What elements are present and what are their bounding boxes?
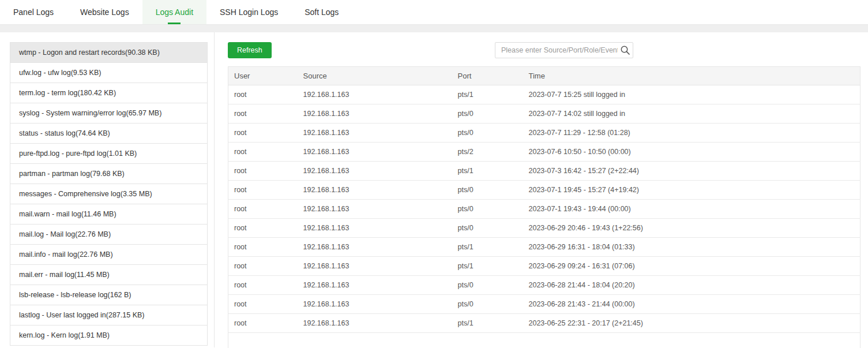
table-row: root192.168.1.163pts/02023-06-29 20:46 -…	[228, 219, 861, 238]
cell-empty	[298, 333, 452, 348]
table-row: root192.168.1.163pts/12023-06-25 22:31 -…	[228, 314, 861, 333]
column-header-time: Time	[523, 67, 861, 85]
cell-port: pts/1	[452, 162, 523, 181]
cell-user: root	[228, 276, 298, 295]
refresh-button[interactable]: Refresh	[228, 42, 272, 58]
cell-port: pts/0	[452, 124, 523, 143]
table-body: root192.168.1.163pts/12023-07-7 15:25 st…	[228, 85, 861, 348]
log-file-item-lastlog[interactable]: lastlog - User last logged in(287.15 KB)	[10, 305, 207, 325]
tab-panel-logs[interactable]: Panel Logs	[0, 0, 67, 24]
cell-user: root	[228, 124, 298, 143]
table-row: root192.168.1.163pts/02023-07-1 19:45 - …	[228, 181, 861, 200]
cell-time: 2023-07-7 14:02 still logged in	[523, 104, 861, 124]
log-file-item-status[interactable]: status - status log(74.64 KB)	[10, 124, 207, 144]
cell-time: 2023-06-29 20:46 - 19:43 (1+22:56)	[523, 219, 861, 238]
cell-empty	[523, 333, 861, 348]
cell-user: root	[228, 257, 298, 276]
cell-source: 192.168.1.163	[298, 238, 452, 257]
column-header-source: Source	[298, 67, 452, 85]
column-header-user: User	[228, 67, 298, 85]
cell-source: 192.168.1.163	[298, 143, 452, 162]
cell-time: 2023-07-7 15:25 still logged in	[523, 85, 861, 104]
cell-time: 2023-07-6 10:50 - 10:50 (00:00)	[523, 143, 861, 162]
cell-user: root	[228, 200, 298, 219]
cell-user: root	[228, 314, 298, 333]
log-file-item-mail-warn[interactable]: mail.warn - mail log(11.46 MB)	[10, 204, 207, 224]
log-file-item-messages[interactable]: messages - Comprehensive log(3.35 MB)	[10, 184, 207, 204]
cell-port: pts/2	[452, 143, 523, 162]
content-area: wtmp - Logon and restart records(90.38 K…	[0, 32, 868, 347]
log-file-item-syslog[interactable]: syslog - System warning/error log(65.97 …	[10, 103, 207, 124]
cell-user: root	[228, 143, 298, 162]
cell-source: 192.168.1.163	[298, 200, 452, 219]
cell-time: 2023-07-1 19:45 - 15:27 (4+19:42)	[523, 181, 861, 200]
cell-port: pts/1	[452, 314, 523, 333]
log-file-item-mail-log[interactable]: mail.log - Mail log(22.76 MB)	[10, 224, 207, 245]
cell-time: 2023-06-29 09:24 - 16:31 (07:06)	[523, 257, 861, 276]
cell-empty	[452, 333, 523, 348]
log-file-list: wtmp - Logon and restart records(90.38 K…	[10, 42, 208, 346]
search-input[interactable]	[495, 42, 633, 58]
log-file-item-partman[interactable]: partman - partman log(79.68 KB)	[10, 164, 207, 184]
cell-port: pts/1	[452, 85, 523, 104]
cell-port: pts/0	[452, 219, 523, 238]
table-row: root192.168.1.163pts/02023-06-28 21:44 -…	[228, 276, 861, 295]
cell-user: root	[228, 181, 298, 200]
tab-soft-logs[interactable]: Soft Logs	[291, 0, 352, 24]
toolbar: Refresh	[228, 42, 861, 58]
cell-user: root	[228, 238, 298, 257]
cell-source: 192.168.1.163	[298, 85, 452, 104]
column-header-port: Port	[452, 67, 523, 85]
cell-port: pts/1	[452, 257, 523, 276]
search-box	[495, 42, 633, 58]
cell-port: pts/0	[452, 181, 523, 200]
log-file-item-mail-info[interactable]: mail.info - mail log(22.76 MB)	[10, 245, 207, 265]
cell-source: 192.168.1.163	[298, 104, 452, 124]
cell-time: 2023-06-28 21:44 - 18:04 (20:20)	[523, 276, 861, 295]
cell-time: 2023-06-29 16:31 - 18:04 (01:33)	[523, 238, 861, 257]
cell-source: 192.168.1.163	[298, 257, 452, 276]
log-file-sidebar: wtmp - Logon and restart records(90.38 K…	[0, 32, 208, 347]
cell-time: 2023-07-1 19:43 - 19:44 (00:00)	[523, 200, 861, 219]
cell-port: pts/0	[452, 276, 523, 295]
table-row: root192.168.1.163pts/12023-06-29 16:31 -…	[228, 238, 861, 257]
table-row: root192.168.1.163pts/12023-06-29 09:24 -…	[228, 257, 861, 276]
cell-empty	[228, 333, 298, 348]
cell-source: 192.168.1.163	[298, 314, 452, 333]
log-file-item-wtmp[interactable]: wtmp - Logon and restart records(90.38 K…	[10, 43, 207, 63]
cell-time: 2023-06-28 21:43 - 21:44 (00:00)	[523, 295, 861, 314]
cell-time: 2023-07-7 11:29 - 12:58 (01:28)	[523, 124, 861, 143]
login-records-table: UserSourcePortTime root192.168.1.163pts/…	[228, 66, 861, 348]
cell-user: root	[228, 162, 298, 181]
log-file-item-pure-ftpd-log[interactable]: pure-ftpd.log - pure-ftpd log(1.01 KB)	[10, 144, 207, 164]
log-file-item-mail-err[interactable]: mail.err - mail log(11.45 MB)	[10, 265, 207, 285]
log-file-item-lsb-release[interactable]: lsb-release - lsb-release log(162 B)	[10, 285, 207, 305]
cell-port: pts/0	[452, 200, 523, 219]
cell-user: root	[228, 219, 298, 238]
cell-user: root	[228, 85, 298, 104]
table-row: root192.168.1.163pts/02023-06-28 21:43 -…	[228, 295, 861, 314]
tab-website-logs[interactable]: Website Logs	[67, 0, 142, 24]
table-row: root192.168.1.163pts/02023-07-7 14:02 st…	[228, 104, 861, 124]
table-row: root192.168.1.163pts/02023-07-7 11:29 - …	[228, 124, 861, 143]
cell-source: 192.168.1.163	[298, 295, 452, 314]
magnifier-icon[interactable]	[620, 45, 630, 55]
table-row: root192.168.1.163pts/22023-07-6 10:50 - …	[228, 143, 861, 162]
cell-source: 192.168.1.163	[298, 276, 452, 295]
tab-logs-audit[interactable]: Logs Audit	[142, 0, 206, 24]
log-file-item-term-log[interactable]: term.log - term log(180.42 KB)	[10, 83, 207, 103]
cell-user: root	[228, 295, 298, 314]
cell-port: pts/1	[452, 238, 523, 257]
log-file-item-kern-log[interactable]: kern.log - Kern log(1.91 MB)	[10, 325, 207, 346]
log-detail-panel: Refresh UserSourcePortTime root192.168.1…	[215, 32, 868, 347]
cell-time: 2023-06-25 22:31 - 20:17 (2+21:45)	[523, 314, 861, 333]
table-row: root192.168.1.163pts/12023-07-7 15:25 st…	[228, 85, 861, 104]
table-header-row: UserSourcePortTime	[228, 67, 861, 85]
log-file-item-ufw-log[interactable]: ufw.log - ufw log(9.53 KB)	[10, 63, 207, 83]
table-header: UserSourcePortTime	[228, 67, 861, 85]
table-row: root192.168.1.163pts/02023-07-1 19:43 - …	[228, 200, 861, 219]
cell-source: 192.168.1.163	[298, 162, 452, 181]
table-row: root192.168.1.163pts/12023-07-3 16:42 - …	[228, 162, 861, 181]
tab-ssh-login-logs[interactable]: SSH Login Logs	[206, 0, 291, 24]
cell-source: 192.168.1.163	[298, 124, 452, 143]
